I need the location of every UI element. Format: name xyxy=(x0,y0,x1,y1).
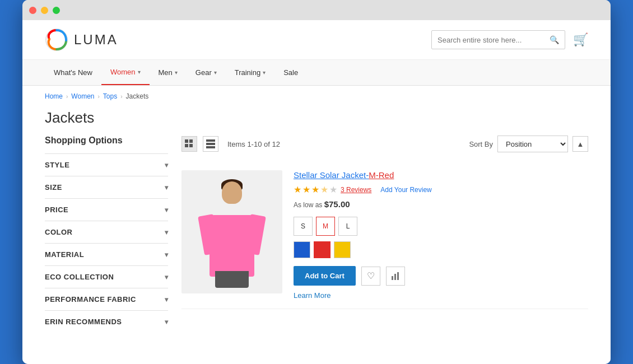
reviews-link[interactable]: 3 Reviews xyxy=(341,186,371,194)
sort-direction-button[interactable]: ▲ xyxy=(573,136,588,152)
grid-view-button[interactable] xyxy=(181,136,197,152)
chevron-down-icon: ▾ xyxy=(214,69,217,76)
compare-icon xyxy=(391,272,400,281)
breadcrumb-home[interactable]: Home xyxy=(45,92,63,100)
chevron-down-icon: ▾ xyxy=(165,296,169,304)
toolbar-right: Sort By Position Product Name Price ▲ xyxy=(469,136,588,152)
size-m-button[interactable]: M xyxy=(316,217,335,236)
filter-style[interactable]: STYLE ▾ xyxy=(45,153,168,176)
action-row: Add to Cart ♡ xyxy=(294,266,588,286)
figure-legs xyxy=(215,271,249,288)
titlebar xyxy=(22,0,611,20)
search-button[interactable]: 🔍 xyxy=(544,35,565,44)
size-s-button[interactable]: S xyxy=(294,217,313,236)
product-name[interactable]: Stellar Solar Jacket-M-Red xyxy=(294,170,588,180)
chevron-down-icon: ▾ xyxy=(165,251,169,259)
filter-performance-fabric[interactable]: PERFORMANCE FABRIC ▾ xyxy=(45,288,168,310)
grid-icon xyxy=(185,139,194,148)
add-review-link[interactable]: Add Your Review xyxy=(380,186,431,194)
svg-rect-5 xyxy=(206,139,215,142)
filter-price[interactable]: PRICE ▾ xyxy=(45,198,168,221)
product-info: Stellar Solar Jacket-M-Red ★ ★ ★ ★ ★ 3 R… xyxy=(294,170,588,300)
chevron-down-icon: ▾ xyxy=(165,184,169,192)
main-nav: What's New Women ▾ Men ▾ Gear ▾ Training… xyxy=(22,60,611,86)
svg-rect-4 xyxy=(189,144,193,147)
filter-size[interactable]: SIZE ▾ xyxy=(45,176,168,198)
minimize-button[interactable] xyxy=(41,7,48,14)
filter-eco-collection[interactable]: ECO COLLECTION ▾ xyxy=(45,265,168,288)
cart-icon[interactable]: 🛒 xyxy=(573,32,588,47)
compare-button[interactable] xyxy=(386,267,405,286)
svg-rect-8 xyxy=(392,276,393,280)
product-figure xyxy=(196,176,268,288)
svg-rect-10 xyxy=(397,272,399,280)
nav-item-sale[interactable]: Sale xyxy=(274,60,307,85)
breadcrumb-tops[interactable]: Tops xyxy=(103,92,117,100)
maximize-button[interactable] xyxy=(53,7,60,14)
browser-window: LUMA 🔍 🛒 What's New Women ▾ Men ▾ xyxy=(22,0,611,364)
figure-head xyxy=(222,181,242,204)
nav-item-men[interactable]: Men ▾ xyxy=(150,60,187,85)
search-input[interactable] xyxy=(432,36,544,44)
chevron-down-icon: ▾ xyxy=(165,273,169,281)
sidebar-title: Shopping Options xyxy=(45,136,168,146)
add-to-cart-button[interactable]: Add to Cart xyxy=(294,266,356,286)
filter-material[interactable]: MATERIAL ▾ xyxy=(45,243,168,265)
sort-select[interactable]: Position Product Name Price xyxy=(497,136,568,152)
sidebar: Shopping Options STYLE ▾ SIZE ▾ PRICE ▾ … xyxy=(45,136,168,333)
main-content: Shopping Options STYLE ▾ SIZE ▾ PRICE ▾ … xyxy=(22,136,611,333)
site-header: LUMA 🔍 🛒 xyxy=(22,20,611,60)
page-content: LUMA 🔍 🛒 What's New Women ▾ Men ▾ xyxy=(22,20,611,364)
star-rating: ★ ★ ★ ★ ★ xyxy=(294,184,337,195)
chevron-down-icon: ▾ xyxy=(165,318,169,326)
star-5: ★ xyxy=(329,184,337,195)
color-swatch-yellow[interactable] xyxy=(334,241,351,258)
svg-rect-9 xyxy=(394,274,396,280)
products-area: Items 1-10 of 12 Sort By Position Produc… xyxy=(181,136,588,333)
chevron-down-icon: ▾ xyxy=(165,228,169,236)
size-l-button[interactable]: L xyxy=(338,217,357,236)
header-right: 🔍 🛒 xyxy=(431,30,588,49)
svg-rect-2 xyxy=(189,139,193,143)
filter-erin-recommends[interactable]: ERIN RECOMMENDS ▾ xyxy=(45,310,168,333)
svg-rect-1 xyxy=(185,139,188,143)
list-view-button[interactable] xyxy=(203,136,218,152)
logo-text: LUMA xyxy=(74,32,118,48)
search-box: 🔍 xyxy=(431,30,565,49)
star-1: ★ xyxy=(294,184,301,195)
nav-item-training[interactable]: Training ▾ xyxy=(226,60,274,85)
figure-body xyxy=(210,215,254,277)
breadcrumb-sep-3: › xyxy=(120,94,122,100)
svg-rect-3 xyxy=(185,144,188,147)
color-swatch-red[interactable] xyxy=(314,241,331,258)
product-card: Stellar Solar Jacket-M-Red ★ ★ ★ ★ ★ 3 R… xyxy=(181,161,588,309)
breadcrumb-women[interactable]: Women xyxy=(71,92,94,100)
close-button[interactable] xyxy=(29,7,36,14)
nav-item-women[interactable]: Women ▾ xyxy=(101,60,150,85)
filter-color[interactable]: COLOR ▾ xyxy=(45,221,168,243)
items-count: Items 1-10 of 12 xyxy=(227,140,280,148)
color-options xyxy=(294,241,588,258)
star-2: ★ xyxy=(302,184,310,195)
star-3: ★ xyxy=(311,184,319,195)
nav-item-whats-new[interactable]: What's New xyxy=(45,60,101,85)
chevron-down-icon: ▾ xyxy=(165,161,169,169)
price-row: As low as $75.00 xyxy=(294,199,588,209)
color-swatch-blue[interactable] xyxy=(294,241,310,258)
sort-label: Sort By xyxy=(469,140,493,148)
svg-rect-6 xyxy=(206,143,215,145)
chevron-down-icon: ▾ xyxy=(165,206,169,214)
svg-rect-7 xyxy=(206,146,215,148)
chevron-down-icon: ▾ xyxy=(263,69,266,76)
chevron-down-icon: ▾ xyxy=(175,69,178,76)
page-title: Jackets xyxy=(22,107,611,136)
size-options: S M L xyxy=(294,217,588,236)
learn-more-link[interactable]: Learn More xyxy=(294,291,588,300)
rating-row: ★ ★ ★ ★ ★ 3 Reviews Add Your Review xyxy=(294,184,588,195)
toolbar: Items 1-10 of 12 Sort By Position Produc… xyxy=(181,136,588,152)
breadcrumb-current: Jackets xyxy=(126,92,149,100)
list-icon xyxy=(206,139,215,148)
wishlist-button[interactable]: ♡ xyxy=(361,267,380,286)
nav-item-gear[interactable]: Gear ▾ xyxy=(187,60,226,85)
logo-area: LUMA xyxy=(45,28,118,52)
